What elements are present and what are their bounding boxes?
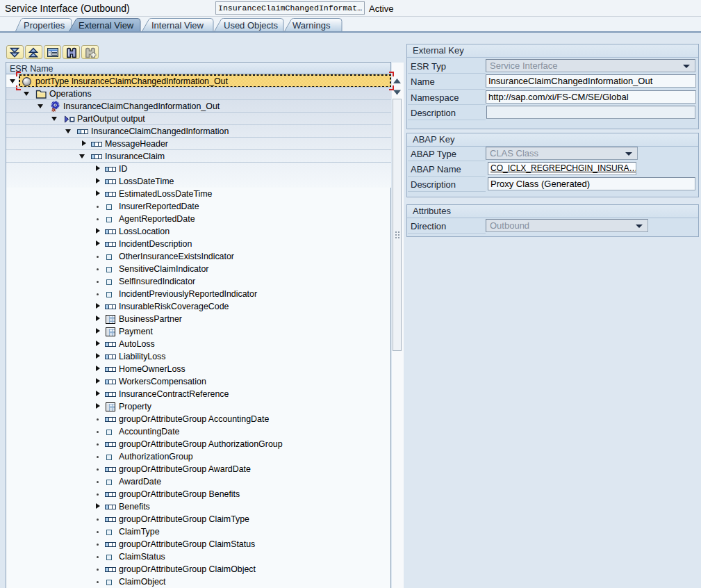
svg-text:Internal View: Internal View xyxy=(151,20,204,31)
svg-text:Used Objects: Used Objects xyxy=(224,20,279,31)
svg-text:Properties: Properties xyxy=(24,20,65,31)
svg-text:Warnings: Warnings xyxy=(292,20,331,31)
svg-text:External View: External View xyxy=(79,20,134,31)
